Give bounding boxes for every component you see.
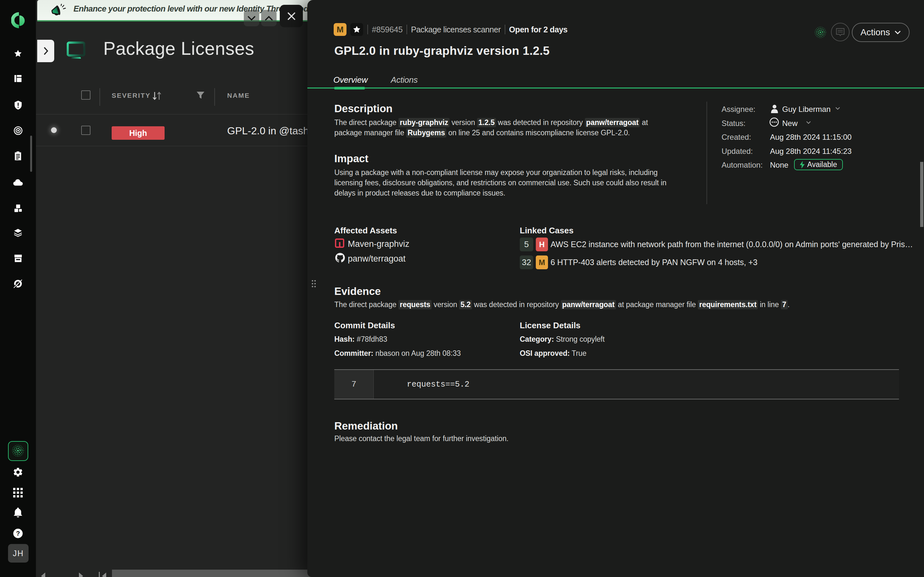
svg-text:?: ? xyxy=(16,530,20,537)
